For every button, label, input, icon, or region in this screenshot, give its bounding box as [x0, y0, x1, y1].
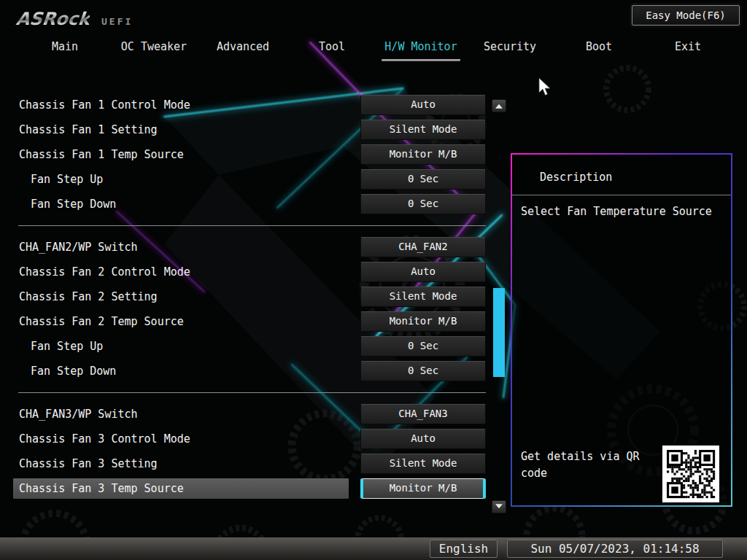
setting-value-button[interactable]: Silent Mode	[360, 454, 486, 474]
qr-code-image	[662, 446, 719, 502]
easy-mode-button[interactable]: Easy Mode(F6)	[632, 5, 740, 26]
setting-label: Fan Step Down	[31, 365, 116, 378]
setting-label: CHA_FAN2/WP Switch	[19, 241, 138, 254]
tab-label: Exit	[675, 40, 701, 53]
setting-row[interactable]: Fan Step Up 0 Sec	[0, 167, 487, 192]
qr-area: Get details via QR code	[521, 446, 719, 502]
setting-row[interactable]: Fan Step Down 0 Sec	[0, 359, 487, 384]
uefi-label: UEFI	[101, 16, 133, 27]
setting-label: Chassis Fan 1 Control Mode	[19, 98, 190, 112]
group-divider	[18, 225, 486, 226]
tab-advanced[interactable]: Advanced	[198, 35, 287, 64]
setting-label: Chassis Fan 3 Control Mode	[19, 432, 190, 446]
scrollbar-thumb[interactable]	[493, 288, 505, 377]
setting-row[interactable]: Chassis Fan 1 Control Mode Auto	[0, 93, 487, 117]
tab-label: H/W Monitor	[384, 40, 457, 53]
setting-label: Chassis Fan 3 Temp Source	[19, 482, 184, 495]
settings-list: Chassis Fan 1 Control Mode Auto Chassis …	[0, 93, 487, 501]
language-button[interactable]: English	[430, 540, 498, 558]
setting-label: Chassis Fan 2 Setting	[19, 290, 158, 303]
setting-row[interactable]: Chassis Fan 2 Setting Silent Mode	[0, 284, 487, 309]
setting-row[interactable]: CHA_FAN3/WP Switch CHA_FAN3	[0, 402, 487, 427]
description-text: Select Fan Temperature Source	[521, 205, 722, 218]
setting-label: Chassis Fan 1 Setting	[19, 123, 158, 136]
tab-label: Security	[484, 40, 536, 53]
setting-label: Fan Step Up	[31, 340, 103, 353]
setting-row[interactable]: CHA_FAN2/WP Switch CHA_FAN2	[0, 235, 487, 260]
asrock-logo: ASRock	[15, 9, 91, 29]
description-title: Description	[540, 171, 731, 184]
description-panel: Description Select Fan Temperature Sourc…	[511, 153, 732, 507]
scroll-up-button[interactable]	[492, 99, 506, 112]
tab-h-w-monitor[interactable]: H/W Monitor	[376, 35, 465, 64]
setting-value-button[interactable]: CHA_FAN3	[360, 404, 486, 424]
setting-row[interactable]: Fan Step Down 0 Sec	[0, 192, 487, 217]
setting-value-button[interactable]: Silent Mode	[360, 120, 486, 140]
setting-row[interactable]: Chassis Fan 1 Setting Silent Mode	[0, 117, 487, 142]
active-tab-underline	[382, 59, 460, 61]
setting-row[interactable]: Chassis Fan 2 Control Mode Auto	[0, 260, 487, 284]
setting-label: CHA_FAN3/WP Switch	[19, 408, 138, 421]
setting-label: Chassis Fan 3 Setting	[19, 457, 158, 470]
setting-value-button[interactable]: Monitor M/B	[360, 478, 486, 499]
tab-label: OC Tweaker	[121, 40, 187, 53]
tab-oc-tweaker[interactable]: OC Tweaker	[109, 35, 198, 64]
setting-value-button[interactable]: Auto	[360, 429, 486, 449]
status-bar: English Sun 05/07/2023, 01:14:58	[0, 537, 747, 560]
tab-label: Main	[52, 40, 78, 53]
setting-row[interactable]: Chassis Fan 3 Temp Source Monitor M/B	[0, 476, 487, 501]
setting-value-button[interactable]: 0 Sec	[360, 361, 486, 381]
group-divider	[18, 392, 486, 393]
tab-label: Tool	[319, 40, 345, 53]
qr-caption: Get details via QR code	[521, 448, 662, 481]
tab-main[interactable]: Main	[20, 35, 109, 64]
setting-row[interactable]: Chassis Fan 3 Setting Silent Mode	[0, 451, 487, 476]
setting-label: Fan Step Down	[31, 198, 116, 211]
setting-value-button[interactable]: 0 Sec	[360, 169, 486, 190]
setting-label: Fan Step Up	[31, 173, 103, 186]
setting-value-button[interactable]: Monitor M/B	[360, 311, 486, 332]
brand-area: ASRock UEFI	[16, 9, 133, 29]
mouse-cursor	[538, 77, 551, 97]
setting-value-button[interactable]: Auto	[360, 262, 486, 282]
datetime-display: Sun 05/07/2023, 01:14:58	[507, 540, 723, 558]
setting-row[interactable]: Chassis Fan 1 Temp Source Monitor M/B	[0, 142, 487, 167]
setting-value-button[interactable]: Monitor M/B	[360, 144, 486, 165]
setting-row[interactable]: Fan Step Up 0 Sec	[0, 334, 487, 359]
setting-value-button[interactable]: 0 Sec	[360, 336, 486, 357]
setting-label: Chassis Fan 1 Temp Source	[19, 148, 184, 161]
tab-exit[interactable]: Exit	[643, 35, 732, 64]
description-divider	[512, 195, 731, 195]
nav-tabs: Main OC Tweaker Advanced Tool H/W Monito…	[20, 35, 732, 64]
setting-value-button[interactable]: Auto	[360, 95, 486, 115]
setting-label: Chassis Fan 2 Control Mode	[19, 265, 190, 279]
uefi-screen: ASRock UEFI Easy Mode(F6) Main OC Tweake…	[0, 0, 747, 560]
setting-row[interactable]: Chassis Fan 2 Temp Source Monitor M/B	[0, 309, 487, 334]
tab-security[interactable]: Security	[465, 35, 554, 64]
tab-label: Boot	[586, 40, 612, 53]
tab-label: Advanced	[217, 40, 269, 53]
scroll-down-button[interactable]	[492, 500, 506, 513]
setting-label: Chassis Fan 2 Temp Source	[19, 315, 184, 328]
tab-tool[interactable]: Tool	[287, 35, 376, 64]
setting-value-button[interactable]: 0 Sec	[360, 194, 486, 214]
tab-boot[interactable]: Boot	[554, 35, 643, 64]
setting-row[interactable]: Chassis Fan 3 Control Mode Auto	[0, 427, 487, 451]
setting-value-button[interactable]: Silent Mode	[360, 287, 486, 307]
setting-value-button[interactable]: CHA_FAN2	[360, 237, 486, 257]
